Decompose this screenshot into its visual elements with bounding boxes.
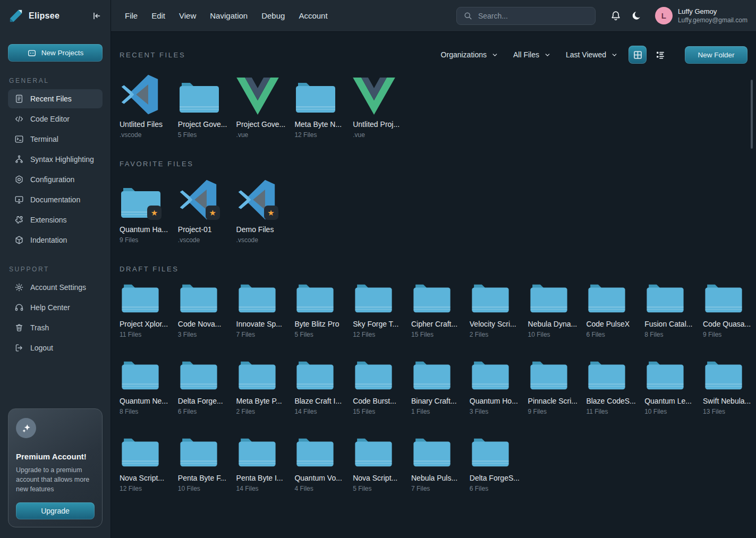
- user-info: Luffy Gemoy Luffy.gemoy@gmail.com: [678, 7, 747, 24]
- sidebar-item-configuration[interactable]: Configuration: [8, 170, 103, 189]
- file-card-sky-forge-t[interactable]: Sky Forge T...12 Files: [353, 283, 405, 338]
- premium-title: Premium Account!: [16, 452, 95, 461]
- file-card-blaze-craft-i[interactable]: Blaze Craft I...14 Files: [294, 360, 346, 415]
- search-input[interactable]: [478, 12, 589, 20]
- headset-icon: [14, 303, 24, 312]
- file-card-nova-script[interactable]: Nova Script...12 Files: [120, 437, 172, 492]
- sidebar-item-terminal[interactable]: Terminal: [8, 130, 103, 149]
- chevron-down-icon: [491, 52, 498, 58]
- user-menu[interactable]: L Luffy Gemoy Luffy.gemoy@gmail.com: [655, 7, 747, 24]
- notifications-button[interactable]: [605, 5, 626, 27]
- filter-all-files[interactable]: All Files: [507, 47, 557, 62]
- section-title: RECENT FILES: [120, 51, 185, 59]
- file-meta: 6 Files: [470, 485, 522, 492]
- menu-account[interactable]: Account: [299, 11, 327, 20]
- file-card-untlited-proj[interactable]: Untlited Proj....vue: [353, 72, 405, 139]
- new-folder-button[interactable]: New Folder: [685, 46, 747, 64]
- file-card-nova-script[interactable]: Nova Script...5 Files: [353, 437, 405, 492]
- file-card-project-01[interactable]: ★Project-01.vscode: [178, 177, 230, 244]
- vscode-icon: [120, 72, 172, 115]
- menu-debug[interactable]: Debug: [261, 11, 285, 20]
- file-card-code-nova[interactable]: Code Nova...3 Files: [178, 283, 230, 338]
- file-card-code-quasa[interactable]: Code Quasa...9 Files: [703, 283, 755, 338]
- file-meta: 13 Files: [703, 408, 755, 415]
- file-card-penta-byte-i[interactable]: Penta Byte I...14 Files: [236, 437, 288, 492]
- file-card-quantum-le[interactable]: Quantum Le...10 Files: [644, 360, 696, 415]
- file-card-meta-byte-p[interactable]: Meta Byte P...2 Files: [236, 360, 288, 415]
- menu-view[interactable]: View: [179, 11, 196, 20]
- section-title: FAVORITE FILES: [120, 160, 756, 168]
- moon-icon: [631, 10, 642, 21]
- file-card-demo-files[interactable]: ★Demo Files.vscode: [236, 177, 288, 244]
- search-box[interactable]: [456, 7, 596, 25]
- sidebar-item-indentation[interactable]: Indentation: [8, 230, 103, 250]
- file-name: Byte Blitz Pro: [294, 320, 346, 328]
- sidebar-item-trash[interactable]: Trash: [8, 318, 103, 337]
- file-name: Meta Byte P...: [236, 397, 288, 405]
- file-card-binary-craft[interactable]: Binary Craft...1 Files: [411, 360, 463, 415]
- sidebar-item-recent-files[interactable]: Recent Files: [8, 89, 103, 108]
- sidebar-item-label: Configuration: [30, 175, 74, 184]
- file-card-project-gove[interactable]: Project Gove....vue: [236, 72, 288, 139]
- file-card-innovate-sp[interactable]: Innovate Sp...7 Files: [236, 283, 288, 338]
- file-card-nebula-puls[interactable]: Nebula Puls...7 Files: [411, 437, 463, 492]
- file-card-meta-byte-n[interactable]: Meta Byte N...12 Files: [294, 72, 346, 139]
- sidebar-item-logout[interactable]: Logout: [8, 338, 103, 357]
- file-card-code-burst[interactable]: Code Burst...15 Files: [353, 360, 405, 415]
- file-grid: Project Xplor...11 FilesCode Nova...3 Fi…: [120, 283, 756, 492]
- file-name: Nova Script...: [120, 474, 172, 482]
- file-card-velocity-scri[interactable]: Velocity Scri...2 Files: [470, 283, 522, 338]
- grid-view-button[interactable]: [628, 46, 647, 64]
- dark-mode-toggle[interactable]: [626, 5, 648, 27]
- menu-file[interactable]: File: [125, 11, 138, 20]
- file-meta: 9 Files: [120, 236, 172, 244]
- sidebar-item-help-center[interactable]: Help Center: [8, 298, 103, 317]
- file-card-penta-byte-f[interactable]: Penta Byte F...10 Files: [178, 437, 230, 492]
- file-meta: 3 Files: [470, 408, 522, 415]
- file-card-nebula-dyna[interactable]: Nebula Dyna...10 Files: [528, 283, 580, 338]
- file-meta: .vscode: [120, 131, 172, 139]
- filter-bar: OrganizationsAll FilesLast Viewed: [435, 47, 624, 62]
- file-name: Nebula Puls...: [411, 474, 463, 482]
- filter-last-viewed[interactable]: Last Viewed: [559, 47, 624, 62]
- file-card-pinnacle-scri[interactable]: Pinnacle Scri...9 Files: [528, 360, 580, 415]
- folder-icon: [644, 360, 696, 391]
- menu-bar: FileEditViewNavigationDebugAccount: [125, 11, 328, 20]
- file-card-delta-forges[interactable]: Delta ForgeS...6 Files: [470, 437, 522, 492]
- file-card-cipher-craft[interactable]: Cipher Craft...15 Files: [411, 283, 463, 338]
- upgrade-button[interactable]: Upgrade: [16, 502, 95, 519]
- folder-icon: [470, 360, 522, 391]
- sidebar-item-extensions[interactable]: Extensions: [8, 210, 103, 229]
- file-card-byte-blitz-pro[interactable]: Byte Blitz Pro5 Files: [294, 283, 346, 338]
- file-name: Blaze Craft I...: [294, 397, 346, 405]
- scrollbar-thumb[interactable]: [751, 80, 753, 149]
- file-card-quantum-ha[interactable]: ★Quantum Ha...9 Files: [120, 177, 172, 244]
- file-card-quantum-ho[interactable]: Quantum Ho...3 Files: [470, 360, 522, 415]
- list-view-button[interactable]: [651, 46, 669, 64]
- file-card-delta-forge[interactable]: Delta Forge...6 Files: [178, 360, 230, 415]
- folder-icon: [178, 437, 230, 468]
- file-name: Untlited Files: [120, 120, 172, 129]
- sidebar-item-syntax-highlighting[interactable]: Syntax Highlighting: [8, 150, 103, 169]
- file-card-project-gove[interactable]: Project Gove...5 Files: [178, 72, 230, 139]
- collapse-sidebar-icon[interactable]: [91, 11, 102, 21]
- file-card-swift-nebula[interactable]: Swift Nebula...13 Files: [703, 360, 755, 415]
- sidebar-item-code-editor[interactable]: Code Editor: [8, 109, 103, 129]
- sidebar-item-account-settings[interactable]: Account Settings: [8, 278, 103, 297]
- file-card-code-pulsex[interactable]: Code PulseX6 Files: [586, 283, 638, 338]
- sidebar-item-label: Indentation: [30, 236, 67, 244]
- file-card-untlited-files[interactable]: Untlited Files.vscode: [120, 72, 172, 139]
- file-name: Swift Nebula...: [703, 397, 755, 405]
- sidebar-item-documentation[interactable]: Documentation: [8, 190, 103, 209]
- file-card-fusion-catal[interactable]: Fusion Catal...8 Files: [644, 283, 696, 338]
- file-card-quantum-ne[interactable]: Quantum Ne...8 Files: [120, 360, 172, 415]
- file-card-quantum-vo[interactable]: Quantum Vo...4 Files: [294, 437, 346, 492]
- filter-organizations[interactable]: Organizations: [435, 47, 505, 62]
- new-projects-button[interactable]: New Projects: [8, 44, 103, 62]
- sidebar-section-title: GENERAL: [9, 77, 101, 84]
- file-card-project-xplor[interactable]: Project Xplor...11 Files: [120, 283, 172, 338]
- file-card-blaze-codes[interactable]: Blaze CodeS...11 Files: [586, 360, 638, 415]
- code-icon: [14, 114, 24, 124]
- menu-edit[interactable]: Edit: [151, 11, 165, 20]
- menu-navigation[interactable]: Navigation: [210, 11, 248, 20]
